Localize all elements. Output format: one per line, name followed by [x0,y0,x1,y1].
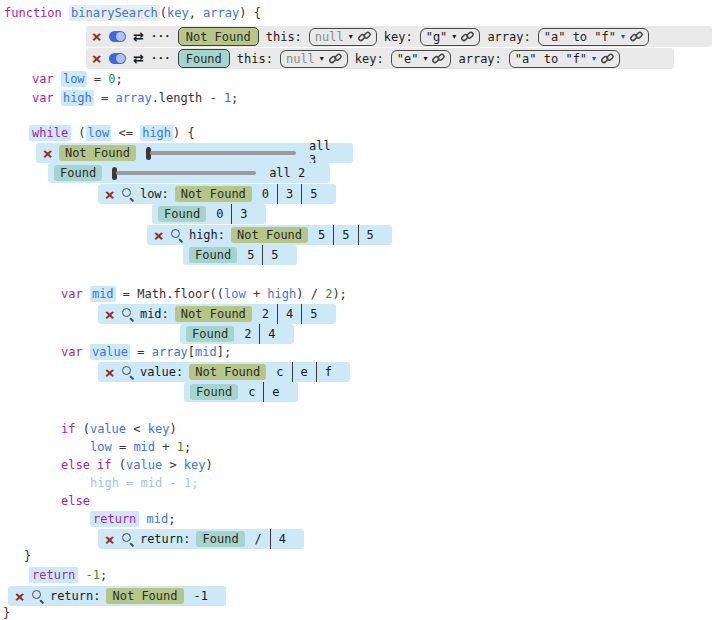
probe-low-not-found: × low: Not Found 035 [98,184,336,204]
search-icon[interactable] [31,589,44,603]
close-icon[interactable]: × [91,52,102,65]
search-icon[interactable] [121,365,134,379]
array-dropdown[interactable]: "a" to "f" ▾ [538,28,649,46]
probe-values: /4 [247,529,294,549]
value-cell: 5 [301,184,325,204]
iteration-slider[interactable] [112,167,256,180]
found-badge[interactable]: Found [54,165,102,181]
not-found-badge[interactable]: Not Found [59,145,136,161]
this-dropdown[interactable]: null ▾ [280,50,348,68]
code-token: var [61,345,90,359]
probe-value-not-found: × value: Not Found cef [98,362,350,382]
close-icon[interactable]: × [14,590,25,603]
not-found-badge[interactable]: Not Found [231,227,308,243]
code-token: function [4,6,69,20]
this-label: this: [266,30,302,44]
close-icon[interactable]: × [104,308,115,321]
link-icon[interactable] [461,30,474,43]
code-token: value [90,344,130,360]
probe-values: ce [240,382,287,402]
close-icon[interactable]: × [104,533,115,546]
code-token: value [126,458,162,472]
close-icon[interactable]: × [104,366,115,379]
array-value: "a" to "f" [544,30,616,44]
code-token: = [112,440,134,454]
this-label: this: [237,52,273,66]
code-line-var-high: var high = array.length - 1; [32,90,238,106]
more-options-icon[interactable]: ··· [151,53,171,64]
not-found-badge[interactable]: Not Found [189,364,266,380]
live-code-editor: function binarySearch(key, array) { × ⇄ … [0,0,712,620]
code-line-low-assign: low = mid + 1; [90,439,191,455]
link-icon[interactable] [630,30,643,43]
not-found-badge[interactable]: Not Found [175,186,252,202]
code-line-close-fn: } [3,605,10,620]
found-badge[interactable]: Found [158,206,206,222]
value-cell: 5 [262,245,286,265]
this-value: null [315,30,344,44]
invocation-row-not-found: × ⇄ ··· Not Found this: null ▾ key: "g" … [86,26,712,47]
code-line-else-if: else if (value > key) [61,457,213,473]
probe-variable-label: value: [140,365,183,379]
code-token: ; [116,72,123,86]
link-icon[interactable] [601,52,614,65]
code-token: mid [147,512,169,526]
code-line-while: while (low <= high) { [29,125,195,141]
slider-track[interactable] [116,171,256,175]
code-token: high [140,125,173,141]
search-icon[interactable] [170,228,183,242]
code-token: var [32,91,61,105]
probe-values: 035 [254,184,326,204]
search-icon[interactable] [121,307,134,321]
array-value: "a" to "f" [515,52,587,66]
probe-values: -1 [186,586,216,606]
close-icon[interactable]: × [91,30,102,43]
found-badge[interactable]: Found [189,247,237,263]
link-icon[interactable] [329,52,342,65]
search-icon[interactable] [121,187,134,201]
code-token: else if [61,458,112,472]
probe-values: 03 [208,204,255,224]
toggle-on-icon[interactable] [109,53,126,64]
found-badge-button[interactable]: Found [178,49,230,68]
value-cell: 5 [358,225,382,245]
code-token: = [130,345,152,359]
value-cell: c [268,362,291,382]
search-icon[interactable] [121,532,134,546]
code-token: mid [195,345,217,359]
close-icon[interactable]: × [42,147,53,160]
key-dropdown[interactable]: "e" ▾ [391,50,452,68]
code-line-else: else [61,493,90,509]
probe-variable-label: return: [50,589,101,603]
code-line-function: function binarySearch(key, array) { [4,5,261,21]
code-token: mid [90,286,116,302]
value-cell: 5 [239,245,262,265]
not-found-badge[interactable]: Not Found [175,306,252,322]
code-line-close-while: } [24,548,31,564]
iteration-slider[interactable] [146,147,296,160]
link-icon[interactable] [432,52,445,65]
array-dropdown[interactable]: "a" to "f" ▾ [509,50,620,68]
code-line-var-low: var low = 0; [32,71,123,87]
key-dropdown[interactable]: "g" ▾ [420,28,481,46]
swap-arrows-icon[interactable]: ⇄ [133,30,144,43]
probe-values: 245 [254,304,326,324]
toggle-on-icon[interactable] [109,31,126,42]
not-found-badge[interactable]: Not Found [106,588,183,604]
code-token: .length - [152,91,224,105]
found-badge[interactable]: Found [190,384,238,400]
close-icon[interactable]: × [153,229,164,242]
swap-arrows-icon[interactable]: ⇄ [133,52,144,65]
more-options-icon[interactable]: ··· [151,31,171,42]
this-dropdown[interactable]: null ▾ [309,28,377,46]
not-found-badge-button[interactable]: Not Found [178,27,259,46]
close-icon[interactable]: × [104,188,115,201]
probe-variable-label: return: [140,532,191,546]
probe-variable-label: mid: [140,307,169,321]
code-token: key [167,6,189,20]
link-icon[interactable] [358,30,371,43]
code-token: 1 [177,440,184,454]
slider-track[interactable] [150,151,296,155]
found-badge[interactable]: Found [196,531,244,547]
found-badge[interactable]: Found [186,326,234,342]
